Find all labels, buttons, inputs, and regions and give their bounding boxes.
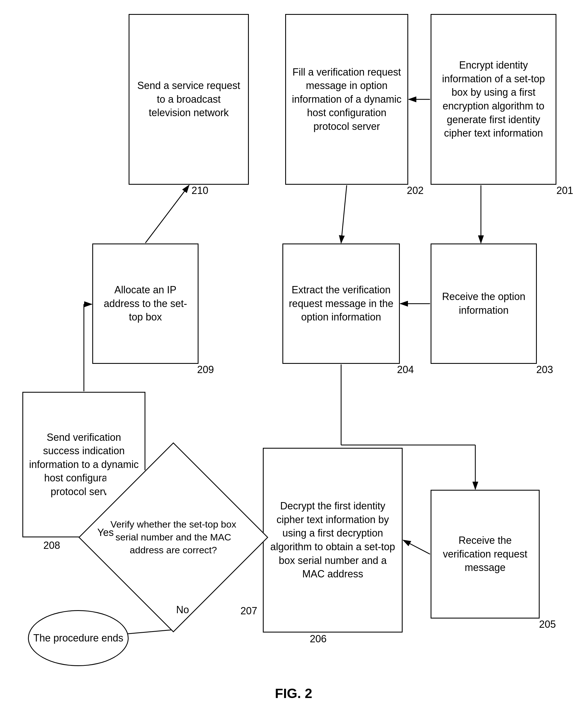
diamond-207: Verify whether the set-top box serial nu… (106, 470, 240, 604)
box-205: Receive the verification request message (430, 490, 540, 619)
label-209: 209 (197, 364, 214, 376)
svg-line-13 (145, 185, 189, 243)
svg-line-3 (341, 185, 347, 243)
label-208: 208 (43, 540, 60, 551)
box-201: Encrypt identity information of a set-to… (430, 14, 556, 185)
oval-end: The procedure ends (28, 610, 129, 666)
label-202: 202 (407, 185, 424, 197)
box-202: Fill a verification request message in o… (285, 14, 408, 185)
box-210: Send a service request to a broadcast te… (129, 14, 249, 185)
label-no: No (176, 604, 189, 616)
label-203: 203 (536, 364, 553, 376)
label-207: 207 (240, 605, 257, 617)
box-206: Decrypt the first identity cipher text i… (263, 448, 403, 633)
label-201: 201 (556, 185, 573, 197)
box-203: Receive the option information (430, 243, 537, 364)
svg-line-8 (403, 540, 430, 554)
label-210: 210 (191, 185, 208, 197)
diagram: Encrypt identity information of a set-to… (0, 0, 588, 700)
label-206: 206 (310, 633, 327, 645)
label-205: 205 (539, 619, 556, 630)
fig-label: FIG. 2 (252, 686, 336, 701)
box-204: Extract the verification request message… (282, 243, 400, 364)
box-209: Allocate an IP address to the set-top bo… (92, 243, 198, 364)
label-204: 204 (397, 364, 414, 376)
